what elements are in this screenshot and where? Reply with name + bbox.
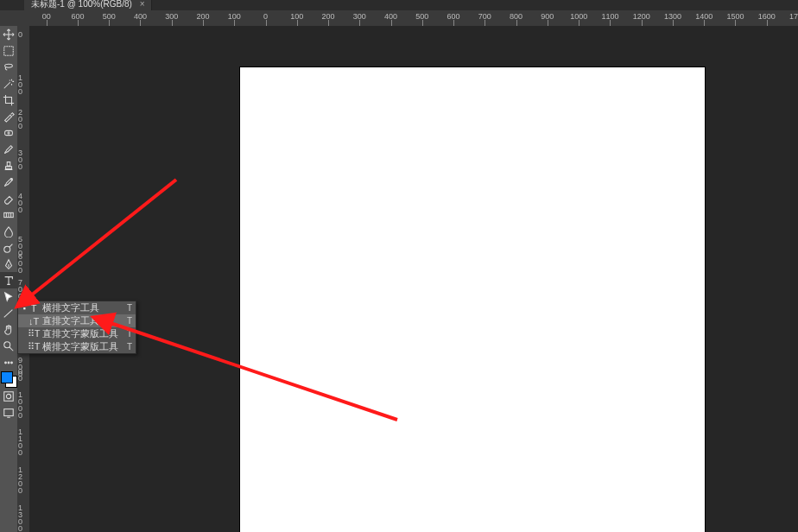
ruler-tick: 6 0 0 <box>18 253 22 274</box>
ruler-tick: 1 1 0 0 <box>18 428 22 456</box>
hand-tool[interactable] <box>0 321 17 338</box>
brush-tool[interactable] <box>0 141 17 157</box>
tab-bar: 未标题-1 @ 100%(RGB/8) × <box>0 0 798 10</box>
flyout-shortcut: T <box>122 329 132 339</box>
path-select-tool[interactable] <box>0 288 17 305</box>
eyedropper-tool[interactable] <box>0 108 17 124</box>
type-tool-flyout: ▪T横排文字工具T↓T直排文字工具T⠿T直排文字蒙版工具T⠿T横排文字蒙版工具T <box>17 301 136 354</box>
ruler-tick: 0 <box>18 31 22 38</box>
ruler-tick: 1 0 0 <box>18 74 22 95</box>
stamp-tool[interactable] <box>0 157 17 174</box>
svg-point-8 <box>11 362 13 364</box>
flyout-shortcut: T <box>122 342 132 352</box>
type-tool[interactable] <box>0 272 17 288</box>
canvas[interactable] <box>240 67 705 532</box>
wand-tool[interactable] <box>0 75 17 92</box>
healing-tool[interactable] <box>0 124 17 141</box>
svg-point-7 <box>8 362 10 364</box>
document-tab[interactable]: 未标题-1 @ 100%(RGB/8) × <box>24 0 152 10</box>
ruler-tick: 1 0 0 0 <box>18 391 22 419</box>
blur-tool[interactable] <box>0 223 17 239</box>
zoom-tool[interactable] <box>0 338 17 354</box>
flyout-label: 直排文字蒙版工具 <box>41 327 122 340</box>
type-icon: ⠿T <box>27 341 41 352</box>
foreground-color[interactable] <box>1 371 13 383</box>
canvas-area <box>29 26 798 532</box>
ruler-tick: 1700 <box>789 12 798 21</box>
move-tool[interactable] <box>0 26 17 42</box>
edit-toolbar[interactable] <box>0 354 17 370</box>
ruler-tick: 2 0 0 <box>18 109 22 130</box>
type-icon: ⠿T <box>27 328 41 339</box>
tab-title: 未标题-1 @ 100%(RGB/8) <box>31 0 132 9</box>
flyout-item-1[interactable]: ↓T直排文字工具T <box>18 314 136 327</box>
flyout-shortcut: T <box>122 316 132 326</box>
svg-point-10 <box>6 394 10 398</box>
shape-tool[interactable] <box>0 305 17 321</box>
gradient-tool[interactable] <box>0 206 17 223</box>
ruler-vertical: 01 0 02 0 03 0 04 0 05 0 06 0 07 0 08 0 … <box>17 26 30 532</box>
flyout-shortcut: T <box>122 303 132 313</box>
ruler-tick: 1 3 0 0 <box>18 504 22 532</box>
ruler-horizontal: 0060050040030020010001002003004005006007… <box>0 10 798 27</box>
ruler-tick: 4 0 0 <box>18 193 22 213</box>
lasso-tool[interactable] <box>0 59 17 75</box>
svg-point-4 <box>4 246 10 252</box>
toolbar <box>0 26 17 532</box>
flyout-item-0[interactable]: ▪T横排文字工具T <box>18 301 136 314</box>
flyout-label: 直排文字工具 <box>41 314 122 327</box>
eraser-tool[interactable] <box>0 190 17 206</box>
type-icon: T <box>27 303 41 314</box>
crop-tool[interactable] <box>0 92 17 108</box>
ruler-tick: 0 0 <box>18 368 22 382</box>
svg-point-6 <box>5 362 7 364</box>
dodge-tool[interactable] <box>0 239 17 256</box>
screenmode-tool[interactable] <box>0 404 17 421</box>
flyout-label: 横排文字工具 <box>41 301 122 314</box>
quickmask-tool[interactable] <box>0 388 17 404</box>
flyout-item-3[interactable]: ⠿T横排文字蒙版工具T <box>18 340 136 353</box>
svg-rect-11 <box>4 408 14 415</box>
close-icon[interactable]: × <box>140 0 145 9</box>
svg-point-5 <box>4 341 10 347</box>
svg-rect-9 <box>4 391 14 401</box>
svg-rect-0 <box>4 46 14 55</box>
ruler-tick: 1 2 0 0 <box>18 466 22 494</box>
ruler-tick: 7 0 0 <box>18 279 22 300</box>
marquee-tool[interactable] <box>0 42 17 59</box>
pen-tool[interactable] <box>0 256 17 272</box>
color-swatch[interactable] <box>1 371 16 387</box>
flyout-item-2[interactable]: ⠿T直排文字蒙版工具T <box>18 327 136 340</box>
ruler-tick: 3 0 0 <box>18 149 22 170</box>
type-icon: ↓T <box>27 316 41 326</box>
flyout-label: 横排文字蒙版工具 <box>41 340 122 353</box>
history-brush-tool[interactable] <box>0 174 17 190</box>
